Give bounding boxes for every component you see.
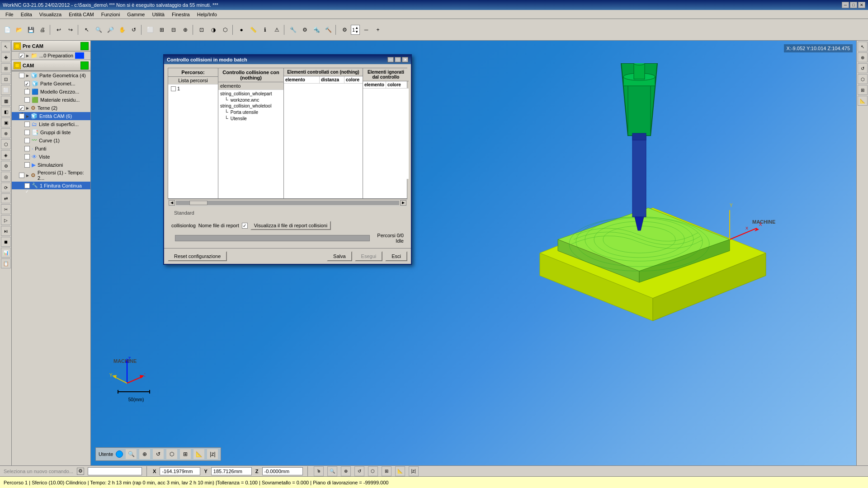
right-tool-5[interactable]: ⊞: [858, 85, 868, 95]
left-tool-21[interactable]: 📋: [1, 258, 11, 268]
left-tool-13[interactable]: ◎: [1, 172, 11, 182]
viste-item[interactable]: 👁 Viste: [12, 153, 90, 161]
collision-tree[interactable]: string_collision_wholepart └ workzone.wn…: [218, 90, 282, 198]
elements-ignored-list[interactable]: [363, 89, 409, 179]
left-tool-15[interactable]: ⇄: [1, 193, 11, 203]
cam-header[interactable]: CAM: [12, 60, 90, 71]
x-coord-input[interactable]: [160, 467, 200, 475]
left-tool-14[interactable]: ⟳: [1, 183, 11, 192]
left-tool-19[interactable]: ⏹: [1, 237, 11, 247]
toolbar-btn-minus[interactable]: ─: [361, 25, 372, 35]
menu-visualizza[interactable]: Visualizza: [36, 11, 65, 18]
left-tool-4[interactable]: ⊡: [1, 74, 11, 84]
finitura-continua-item[interactable]: ✓ 🔧 1 Finitura Continua: [12, 182, 90, 189]
statusbar-btn-8[interactable]: |z|: [409, 466, 419, 476]
liste-superfici-check[interactable]: [24, 122, 30, 127]
toolbar-number-input[interactable]: 1 ▲▼: [351, 25, 360, 35]
reset-config-btn[interactable]: Reset configurazione: [168, 251, 227, 261]
geometric-part-check[interactable]: [19, 73, 24, 78]
path-item-checkbox[interactable]: 1: [169, 85, 217, 92]
punti-check[interactable]: [24, 146, 30, 151]
z-coord-input[interactable]: [262, 467, 303, 475]
toolbar-btn-sphere[interactable]: ●: [236, 25, 247, 35]
parte-geometrica-item[interactable]: ✓ 🧊 Parte Geomet...: [12, 80, 90, 88]
toolbar-btn-new[interactable]: 📄: [2, 25, 13, 35]
left-tool-16[interactable]: ✂: [1, 204, 11, 214]
toolbar-btn-cam1[interactable]: 🔧: [288, 25, 298, 35]
toolbar-btn-select[interactable]: ↖: [81, 25, 92, 35]
percorsi-item[interactable]: ▶ ⚙ Percorsi (1) - Tempo: 2...: [12, 169, 90, 182]
cam-green-btn[interactable]: [80, 61, 89, 70]
ct-workzone[interactable]: └ workzone.wnc: [219, 97, 281, 103]
dialog-close-btn[interactable]: ✕: [402, 57, 408, 62]
ct-utensile[interactable]: └ Utensile: [219, 115, 281, 122]
left-tool-20[interactable]: 📊: [1, 248, 11, 258]
toolbar-btn-save[interactable]: 💾: [25, 25, 36, 35]
toolbar-btn-undo[interactable]: ↩: [53, 25, 64, 35]
parte-geometrica-check[interactable]: ✓: [24, 81, 30, 86]
toolbar-btn-redo[interactable]: ↪: [65, 25, 76, 35]
punti-item[interactable]: · Punti: [12, 145, 90, 153]
toolbar-btn-print[interactable]: 🖨: [37, 25, 48, 35]
left-tool-3[interactable]: ⊞: [1, 63, 11, 73]
menu-utilita[interactable]: Utilità: [148, 11, 168, 18]
simulazioni-check[interactable]: [24, 162, 30, 168]
gruppi-liste-item[interactable]: 📑 Gruppi di liste: [12, 128, 90, 136]
close-button[interactable]: ✕: [858, 2, 865, 8]
minimize-button[interactable]: ─: [842, 2, 849, 8]
y-coord-input[interactable]: [211, 467, 252, 475]
left-tool-1[interactable]: ↖: [1, 42, 11, 52]
toolbar-btn-view4[interactable]: ⊕: [180, 25, 191, 35]
ct-wholetool[interactable]: string_collision_wholetool: [219, 103, 281, 109]
toolbar-btn-collision[interactable]: ⚠: [271, 25, 282, 35]
menu-edita[interactable]: Edita: [17, 11, 36, 18]
menu-entita-cam[interactable]: Entità CAM: [65, 11, 98, 18]
dialog-titlebar[interactable]: Controllo collisioni in modo batch ─ □ ✕: [164, 55, 411, 64]
toolbar-btn-info[interactable]: ℹ: [259, 25, 270, 35]
dialog-hscroll[interactable]: ◀ ▶: [168, 199, 407, 206]
statusbar-btn-3[interactable]: ⊕: [341, 466, 351, 476]
right-tool-2[interactable]: ⊕: [858, 52, 868, 62]
toolbar-btn-fit[interactable]: ⊡: [196, 25, 207, 35]
modello-grezzo-item[interactable]: 🟦 Modello Grezzo...: [12, 88, 90, 96]
pre-cam-green-btn[interactable]: [80, 42, 89, 50]
statusbar-btn-1[interactable]: 🖱: [314, 466, 324, 476]
left-tool-2[interactable]: ✚: [1, 52, 11, 62]
preparation-item[interactable]: ✓ ▶ 📁 ...0 Preparation: [12, 52, 90, 60]
left-tool-10[interactable]: ⬡: [1, 139, 11, 149]
terne-check[interactable]: ✓: [19, 105, 24, 111]
menu-help[interactable]: Help/Info: [193, 11, 221, 18]
toolbar-btn-cam4[interactable]: 🔨: [323, 25, 334, 35]
scroll-left-btn[interactable]: ◀: [169, 200, 175, 206]
toolbar-btn-plus[interactable]: +: [373, 25, 383, 35]
toolbar-btn-rotate[interactable]: ↺: [128, 25, 139, 35]
materiale-residuo-item[interactable]: 🟩 Materiale residu...: [12, 96, 90, 104]
left-tool-9[interactable]: ⊗: [1, 128, 11, 138]
curve-check[interactable]: [24, 138, 30, 143]
scroll-right-btn[interactable]: ▶: [400, 200, 406, 206]
statusbar-btn-7[interactable]: 📐: [395, 466, 405, 476]
toolbar-btn-view1[interactable]: ⬜: [145, 25, 156, 35]
esci-btn[interactable]: Esci: [385, 251, 407, 261]
right-tool-6[interactable]: 📐: [858, 96, 868, 106]
elements-controlled-list[interactable]: [284, 84, 363, 174]
terne-item[interactable]: ✓ ▶ ⚙ Terne (2): [12, 104, 90, 112]
dialog-maximize-btn[interactable]: □: [395, 57, 401, 62]
menu-gamme[interactable]: Gamme: [123, 11, 148, 18]
left-tool-7[interactable]: ◧: [1, 107, 11, 117]
scroll-thumb[interactable]: [189, 201, 208, 205]
toolbar-btn-open[interactable]: 📂: [14, 25, 24, 35]
path-list[interactable]: 1: [168, 84, 218, 193]
gruppi-liste-check[interactable]: [24, 130, 30, 135]
statusbar-btn-4[interactable]: ↺: [354, 466, 364, 476]
right-tool-3[interactable]: ↺: [858, 63, 868, 73]
left-tool-17[interactable]: ▷: [1, 215, 11, 225]
maximize-button[interactable]: □: [850, 2, 857, 8]
entita-cam-check[interactable]: [19, 113, 24, 119]
toolbar-btn-shade[interactable]: ◑: [208, 25, 219, 35]
statusbar-btn-6[interactable]: ⊞: [382, 466, 392, 476]
viste-check[interactable]: [24, 154, 30, 160]
toolbar-btn-pan[interactable]: ✋: [117, 25, 127, 35]
liste-superfici-item[interactable]: 🗂 Liste di superfici...: [12, 120, 90, 128]
dialog-minimize-btn[interactable]: ─: [387, 57, 394, 62]
